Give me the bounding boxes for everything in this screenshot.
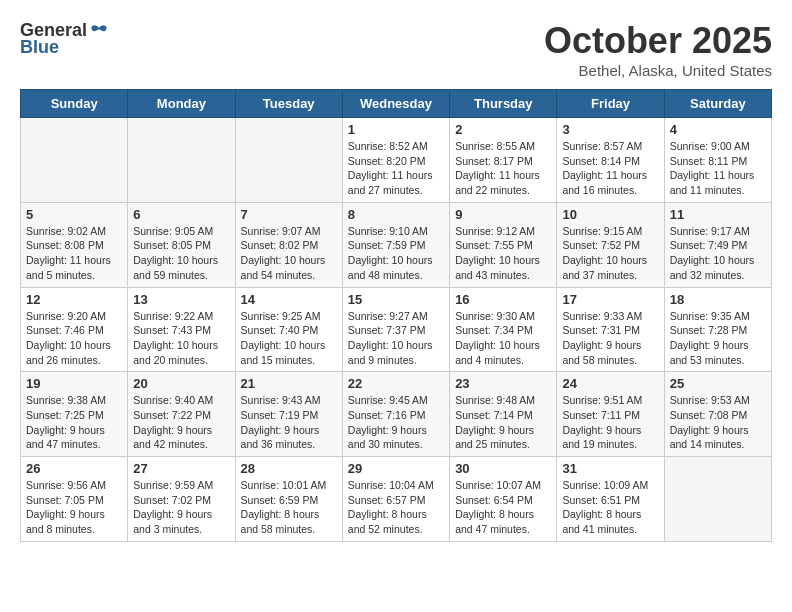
page-header: General Blue October 2025 Bethel, Alaska… xyxy=(20,20,772,79)
day-info: Sunrise: 9:48 AMSunset: 7:14 PMDaylight:… xyxy=(455,393,551,452)
day-number: 3 xyxy=(562,122,658,137)
day-info: Sunrise: 9:51 AMSunset: 7:11 PMDaylight:… xyxy=(562,393,658,452)
day-number: 11 xyxy=(670,207,766,222)
calendar-cell: 22Sunrise: 9:45 AMSunset: 7:16 PMDayligh… xyxy=(342,372,449,457)
day-info: Sunrise: 10:09 AMSunset: 6:51 PMDaylight… xyxy=(562,478,658,537)
calendar-cell xyxy=(235,118,342,203)
day-number: 29 xyxy=(348,461,444,476)
month-title: October 2025 xyxy=(544,20,772,62)
day-number: 31 xyxy=(562,461,658,476)
calendar-cell: 21Sunrise: 9:43 AMSunset: 7:19 PMDayligh… xyxy=(235,372,342,457)
day-info: Sunrise: 10:01 AMSunset: 6:59 PMDaylight… xyxy=(241,478,337,537)
calendar-cell: 23Sunrise: 9:48 AMSunset: 7:14 PMDayligh… xyxy=(450,372,557,457)
calendar-cell: 12Sunrise: 9:20 AMSunset: 7:46 PMDayligh… xyxy=(21,287,128,372)
calendar-cell: 1Sunrise: 8:52 AMSunset: 8:20 PMDaylight… xyxy=(342,118,449,203)
day-number: 20 xyxy=(133,376,229,391)
calendar-header: SundayMondayTuesdayWednesdayThursdayFrid… xyxy=(21,90,772,118)
calendar-cell xyxy=(664,457,771,542)
logo: General Blue xyxy=(20,20,109,58)
location-text: Bethel, Alaska, United States xyxy=(544,62,772,79)
day-of-week-header: Tuesday xyxy=(235,90,342,118)
day-info: Sunrise: 9:17 AMSunset: 7:49 PMDaylight:… xyxy=(670,224,766,283)
day-of-week-header: Monday xyxy=(128,90,235,118)
logo-bird-icon xyxy=(89,21,109,41)
day-info: Sunrise: 9:02 AMSunset: 8:08 PMDaylight:… xyxy=(26,224,122,283)
day-number: 25 xyxy=(670,376,766,391)
day-number: 28 xyxy=(241,461,337,476)
day-number: 16 xyxy=(455,292,551,307)
day-number: 8 xyxy=(348,207,444,222)
day-info: Sunrise: 9:33 AMSunset: 7:31 PMDaylight:… xyxy=(562,309,658,368)
day-number: 18 xyxy=(670,292,766,307)
calendar-cell: 7Sunrise: 9:07 AMSunset: 8:02 PMDaylight… xyxy=(235,202,342,287)
day-info: Sunrise: 9:45 AMSunset: 7:16 PMDaylight:… xyxy=(348,393,444,452)
day-number: 30 xyxy=(455,461,551,476)
calendar-week-row: 19Sunrise: 9:38 AMSunset: 7:25 PMDayligh… xyxy=(21,372,772,457)
day-number: 14 xyxy=(241,292,337,307)
day-number: 21 xyxy=(241,376,337,391)
day-info: Sunrise: 9:05 AMSunset: 8:05 PMDaylight:… xyxy=(133,224,229,283)
calendar-cell: 27Sunrise: 9:59 AMSunset: 7:02 PMDayligh… xyxy=(128,457,235,542)
day-number: 5 xyxy=(26,207,122,222)
day-info: Sunrise: 8:52 AMSunset: 8:20 PMDaylight:… xyxy=(348,139,444,198)
day-info: Sunrise: 9:00 AMSunset: 8:11 PMDaylight:… xyxy=(670,139,766,198)
calendar-cell: 10Sunrise: 9:15 AMSunset: 7:52 PMDayligh… xyxy=(557,202,664,287)
calendar-cell: 8Sunrise: 9:10 AMSunset: 7:59 PMDaylight… xyxy=(342,202,449,287)
day-number: 27 xyxy=(133,461,229,476)
day-info: Sunrise: 9:20 AMSunset: 7:46 PMDaylight:… xyxy=(26,309,122,368)
day-number: 12 xyxy=(26,292,122,307)
day-info: Sunrise: 9:22 AMSunset: 7:43 PMDaylight:… xyxy=(133,309,229,368)
day-number: 15 xyxy=(348,292,444,307)
day-number: 13 xyxy=(133,292,229,307)
calendar-cell: 20Sunrise: 9:40 AMSunset: 7:22 PMDayligh… xyxy=(128,372,235,457)
calendar-cell: 13Sunrise: 9:22 AMSunset: 7:43 PMDayligh… xyxy=(128,287,235,372)
day-number: 6 xyxy=(133,207,229,222)
calendar-cell: 5Sunrise: 9:02 AMSunset: 8:08 PMDaylight… xyxy=(21,202,128,287)
day-number: 9 xyxy=(455,207,551,222)
calendar-table: SundayMondayTuesdayWednesdayThursdayFrid… xyxy=(20,89,772,542)
day-info: Sunrise: 9:59 AMSunset: 7:02 PMDaylight:… xyxy=(133,478,229,537)
calendar-week-row: 1Sunrise: 8:52 AMSunset: 8:20 PMDaylight… xyxy=(21,118,772,203)
day-number: 10 xyxy=(562,207,658,222)
day-of-week-header: Wednesday xyxy=(342,90,449,118)
day-of-week-header: Saturday xyxy=(664,90,771,118)
calendar-cell: 4Sunrise: 9:00 AMSunset: 8:11 PMDaylight… xyxy=(664,118,771,203)
day-info: Sunrise: 9:43 AMSunset: 7:19 PMDaylight:… xyxy=(241,393,337,452)
day-number: 4 xyxy=(670,122,766,137)
day-info: Sunrise: 10:07 AMSunset: 6:54 PMDaylight… xyxy=(455,478,551,537)
day-number: 2 xyxy=(455,122,551,137)
day-number: 23 xyxy=(455,376,551,391)
calendar-cell: 19Sunrise: 9:38 AMSunset: 7:25 PMDayligh… xyxy=(21,372,128,457)
day-number: 24 xyxy=(562,376,658,391)
calendar-cell: 28Sunrise: 10:01 AMSunset: 6:59 PMDaylig… xyxy=(235,457,342,542)
calendar-cell: 15Sunrise: 9:27 AMSunset: 7:37 PMDayligh… xyxy=(342,287,449,372)
day-info: Sunrise: 10:04 AMSunset: 6:57 PMDaylight… xyxy=(348,478,444,537)
calendar-cell: 11Sunrise: 9:17 AMSunset: 7:49 PMDayligh… xyxy=(664,202,771,287)
day-info: Sunrise: 9:38 AMSunset: 7:25 PMDaylight:… xyxy=(26,393,122,452)
calendar-cell: 30Sunrise: 10:07 AMSunset: 6:54 PMDaylig… xyxy=(450,457,557,542)
day-info: Sunrise: 9:53 AMSunset: 7:08 PMDaylight:… xyxy=(670,393,766,452)
day-info: Sunrise: 9:25 AMSunset: 7:40 PMDaylight:… xyxy=(241,309,337,368)
day-info: Sunrise: 9:15 AMSunset: 7:52 PMDaylight:… xyxy=(562,224,658,283)
calendar-week-row: 5Sunrise: 9:02 AMSunset: 8:08 PMDaylight… xyxy=(21,202,772,287)
calendar-body: 1Sunrise: 8:52 AMSunset: 8:20 PMDaylight… xyxy=(21,118,772,542)
day-of-week-header: Sunday xyxy=(21,90,128,118)
day-of-week-header: Friday xyxy=(557,90,664,118)
calendar-cell: 31Sunrise: 10:09 AMSunset: 6:51 PMDaylig… xyxy=(557,457,664,542)
calendar-cell: 9Sunrise: 9:12 AMSunset: 7:55 PMDaylight… xyxy=(450,202,557,287)
day-info: Sunrise: 8:57 AMSunset: 8:14 PMDaylight:… xyxy=(562,139,658,198)
day-info: Sunrise: 9:40 AMSunset: 7:22 PMDaylight:… xyxy=(133,393,229,452)
calendar-cell: 25Sunrise: 9:53 AMSunset: 7:08 PMDayligh… xyxy=(664,372,771,457)
calendar-week-row: 26Sunrise: 9:56 AMSunset: 7:05 PMDayligh… xyxy=(21,457,772,542)
day-number: 22 xyxy=(348,376,444,391)
calendar-cell: 29Sunrise: 10:04 AMSunset: 6:57 PMDaylig… xyxy=(342,457,449,542)
calendar-cell: 3Sunrise: 8:57 AMSunset: 8:14 PMDaylight… xyxy=(557,118,664,203)
calendar-cell: 17Sunrise: 9:33 AMSunset: 7:31 PMDayligh… xyxy=(557,287,664,372)
calendar-cell xyxy=(128,118,235,203)
days-of-week-row: SundayMondayTuesdayWednesdayThursdayFrid… xyxy=(21,90,772,118)
day-info: Sunrise: 9:07 AMSunset: 8:02 PMDaylight:… xyxy=(241,224,337,283)
day-info: Sunrise: 9:35 AMSunset: 7:28 PMDaylight:… xyxy=(670,309,766,368)
calendar-cell: 18Sunrise: 9:35 AMSunset: 7:28 PMDayligh… xyxy=(664,287,771,372)
day-info: Sunrise: 9:56 AMSunset: 7:05 PMDaylight:… xyxy=(26,478,122,537)
day-info: Sunrise: 8:55 AMSunset: 8:17 PMDaylight:… xyxy=(455,139,551,198)
